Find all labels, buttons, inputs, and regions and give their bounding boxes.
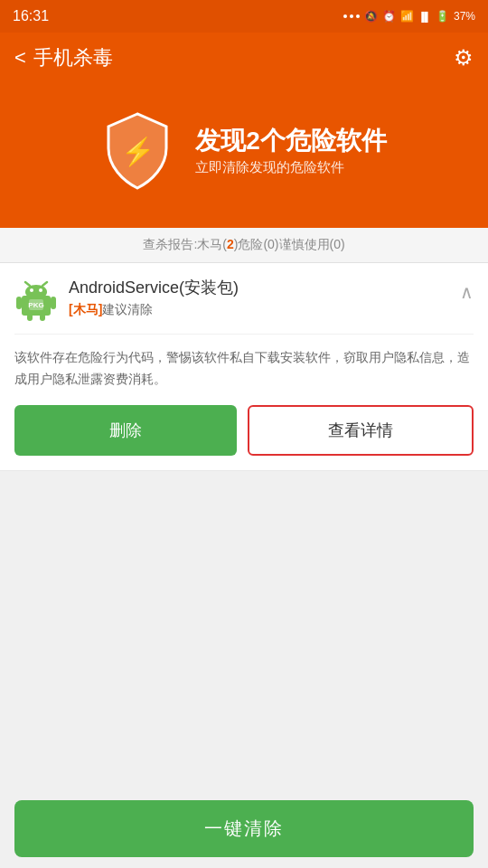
- alarm-icon: ⏰: [382, 10, 396, 23]
- threat-info: PKG AndroidService(安装包) [木马]建议清除: [14, 278, 239, 321]
- report-middle: )危险(0)谨慎使用(0): [234, 237, 345, 251]
- settings-button[interactable]: ⚙: [454, 45, 474, 71]
- tag-trojan: [木马]: [69, 302, 102, 316]
- svg-text:PKG: PKG: [28, 301, 43, 309]
- tag-suggestion: 建议清除: [102, 302, 153, 316]
- signal-dots: [343, 14, 360, 18]
- svg-point-3: [30, 288, 33, 292]
- svg-point-2: [25, 285, 47, 299]
- svg-rect-7: [16, 297, 22, 309]
- svg-line-5: [25, 282, 30, 286]
- collapse-icon[interactable]: ∧: [460, 281, 474, 303]
- report-prefix: 查杀报告:木马(: [143, 237, 227, 251]
- svg-text:⚡: ⚡: [121, 136, 155, 168]
- page-title: 手机杀毒: [33, 44, 113, 71]
- battery-level: 37%: [454, 10, 475, 23]
- bottom-bar: 一键清除: [0, 789, 488, 868]
- threat-tag: [木马]建议清除: [69, 302, 239, 318]
- threat-details: AndroidService(安装包) [木马]建议清除: [69, 278, 239, 318]
- report-bar: 查杀报告:木马(2)危险(0)谨慎使用(0): [0, 228, 488, 263]
- threat-item: PKG AndroidService(安装包) [木马]建议清除 ∧ 该软件存在…: [0, 263, 488, 471]
- wifi-icon: 📶: [400, 10, 414, 23]
- header-left: < 手机杀毒: [14, 44, 113, 71]
- svg-rect-10: [40, 314, 45, 321]
- mute-icon: 🔕: [364, 10, 378, 23]
- threat-header: PKG AndroidService(安装包) [木马]建议清除 ∧: [14, 278, 474, 321]
- hero-title: 发现2个危险软件: [195, 126, 387, 156]
- delete-button[interactable]: 删除: [14, 405, 237, 456]
- hero-text: 发现2个危险软件 立即清除发现的危险软件: [195, 126, 387, 177]
- view-details-button[interactable]: 查看详情: [248, 405, 474, 456]
- hero-section: ⚡ 发现2个危险软件 立即清除发现的危险软件: [0, 83, 488, 228]
- hero-content: ⚡ 发现2个危险软件 立即清除发现的危险软件: [101, 110, 387, 192]
- one-key-clear-button[interactable]: 一键清除: [14, 800, 474, 857]
- back-button[interactable]: <: [14, 46, 26, 70]
- status-icons: 🔕 ⏰ 📶 ▐▌ 🔋 37%: [343, 10, 475, 23]
- threat-name: AndroidService(安装包): [69, 278, 239, 298]
- signal-icon: ▐▌: [418, 12, 431, 22]
- status-bar: 16:31 🔕 ⏰ 📶 ▐▌ 🔋 37%: [0, 0, 488, 33]
- shield-icon: ⚡: [101, 110, 174, 192]
- svg-rect-8: [51, 297, 56, 309]
- svg-point-4: [39, 288, 42, 292]
- trojan-count: 2: [227, 237, 234, 251]
- status-time: 16:31: [13, 8, 49, 24]
- hero-subtitle: 立即清除发现的危险软件: [195, 159, 387, 176]
- svg-line-6: [42, 282, 47, 286]
- svg-rect-9: [27, 314, 33, 321]
- android-app-icon: PKG: [14, 278, 58, 321]
- threat-description: 该软件存在危险行为代码，警惕该软件私自下载安装软件，窃取用户隐私信息，造成用户隐…: [14, 334, 474, 391]
- action-buttons: 删除 查看详情: [14, 405, 474, 470]
- header: < 手机杀毒 ⚙: [0, 33, 488, 83]
- battery-icon: 🔋: [436, 10, 449, 23]
